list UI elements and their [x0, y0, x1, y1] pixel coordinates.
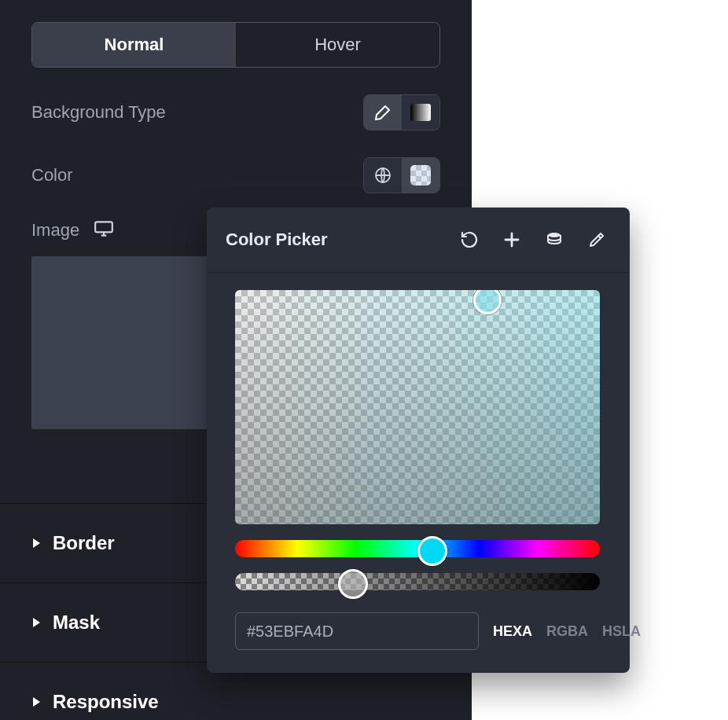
- globe-icon: [373, 166, 392, 185]
- background-type-classic-button[interactable]: [364, 95, 402, 130]
- sv-gradient-dark: [235, 290, 600, 524]
- color-label: Color: [31, 165, 73, 186]
- color-swatch-icon: [410, 165, 431, 186]
- gradient-swatch-icon: [410, 104, 431, 121]
- responsive-device-button[interactable]: [94, 220, 114, 241]
- caret-right-icon: [33, 538, 40, 548]
- svg-point-2: [548, 233, 561, 237]
- eyedropper-icon: [587, 230, 606, 249]
- tab-hover[interactable]: Hover: [236, 23, 439, 67]
- plus-icon: [502, 230, 521, 249]
- accordion-border-title: Border: [53, 532, 115, 554]
- color-swatch-button[interactable]: [402, 158, 439, 193]
- format-hexa[interactable]: HEXA: [493, 623, 532, 640]
- background-type-label: Background Type: [31, 102, 166, 123]
- format-hsla[interactable]: HSLA: [602, 623, 641, 640]
- alpha-handle[interactable]: [338, 569, 368, 599]
- color-picker-header: Color Picker: [207, 208, 630, 273]
- background-type-group: [363, 94, 440, 130]
- desktop-icon: [94, 220, 114, 237]
- undo-icon: [460, 230, 479, 249]
- add-button[interactable]: [502, 230, 521, 249]
- color-picker-title: Color Picker: [226, 230, 460, 250]
- caret-right-icon: [33, 618, 40, 627]
- color-picker-popover: Color Picker: [207, 208, 630, 673]
- brush-icon: [373, 103, 392, 122]
- color-value-row: HEXA RGBA HSLA: [235, 612, 601, 650]
- hue-handle[interactable]: [417, 536, 447, 566]
- color-picker-body: HEXA RGBA HSLA: [207, 273, 630, 650]
- background-type-row: Background Type: [31, 94, 440, 130]
- accordion-mask-title: Mask: [53, 612, 100, 634]
- stack-icon: [545, 230, 564, 249]
- color-row: Color: [31, 157, 440, 193]
- state-tabs: Normal Hover: [31, 22, 440, 68]
- reset-button[interactable]: [460, 230, 479, 249]
- swatches-button[interactable]: [545, 230, 564, 249]
- color-value-input[interactable]: [235, 612, 479, 650]
- caret-right-icon: [33, 697, 40, 707]
- color-picker-toolbar: [460, 230, 606, 249]
- background-type-gradient-button[interactable]: [402, 95, 439, 130]
- saturation-value-field[interactable]: [235, 290, 600, 524]
- image-label: Image: [31, 220, 79, 241]
- format-rgba[interactable]: RGBA: [546, 623, 588, 640]
- svg-rect-1: [95, 222, 112, 232]
- accordion-responsive-title: Responsive: [53, 691, 159, 713]
- color-control-group: [363, 157, 440, 193]
- eyedropper-button[interactable]: [587, 230, 606, 249]
- global-color-button[interactable]: [364, 158, 402, 193]
- tab-normal[interactable]: Normal: [32, 23, 236, 67]
- image-drop-zone[interactable]: [31, 256, 211, 429]
- alpha-slider[interactable]: [235, 573, 600, 590]
- hue-slider[interactable]: [235, 540, 600, 557]
